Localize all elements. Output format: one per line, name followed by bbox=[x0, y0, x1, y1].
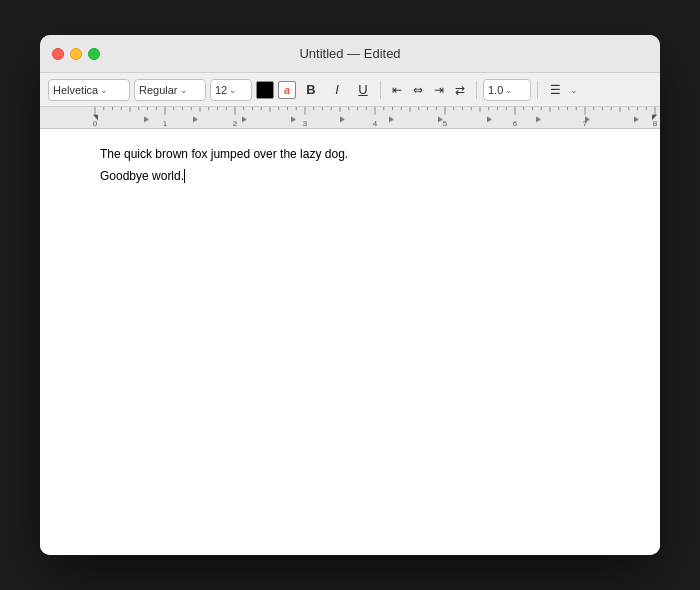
doc-text-2: Goodbye world. bbox=[100, 169, 184, 183]
alignment-group: ⇤ ⇔ ⇥ ⇄ bbox=[387, 79, 470, 101]
maximize-button[interactable] bbox=[88, 48, 100, 60]
align-left-button[interactable]: ⇤ bbox=[387, 79, 407, 101]
minimize-button[interactable] bbox=[70, 48, 82, 60]
font-style-arrow: ⌄ bbox=[180, 85, 188, 95]
font-family-select[interactable]: Helvetica ⌄ bbox=[48, 79, 130, 101]
italic-icon: I bbox=[335, 82, 339, 97]
align-right-button[interactable]: ⇥ bbox=[429, 79, 449, 101]
close-button[interactable] bbox=[52, 48, 64, 60]
window-title: Untitled — Edited bbox=[299, 46, 400, 61]
text-color-picker[interactable] bbox=[256, 81, 274, 99]
text-cursor bbox=[184, 169, 185, 183]
titlebar: Untitled — Edited bbox=[40, 35, 660, 73]
line-spacing-value: 1.0 bbox=[488, 84, 503, 96]
document-area[interactable]: The quick brown fox jumped over the lazy… bbox=[40, 129, 660, 555]
app-window: Untitled — Edited Helvetica ⌄ Regular ⌄ … bbox=[40, 35, 660, 555]
font-size-arrow: ⌄ bbox=[229, 85, 237, 95]
bold-icon: B bbox=[306, 82, 315, 97]
divider-3 bbox=[537, 81, 538, 99]
highlight-icon: a bbox=[284, 84, 290, 96]
font-family-value: Helvetica bbox=[53, 84, 98, 96]
align-center-icon: ⇔ bbox=[413, 83, 423, 97]
font-style-value: Regular bbox=[139, 84, 178, 96]
edited-label: Edited bbox=[364, 46, 401, 61]
list-arrow: ⌄ bbox=[570, 85, 578, 95]
doc-line-2: Goodbye world. bbox=[100, 167, 600, 185]
document-name: Untitled bbox=[299, 46, 343, 61]
align-justify-icon: ⇄ bbox=[455, 83, 465, 97]
divider-1 bbox=[380, 81, 381, 99]
traffic-lights bbox=[40, 48, 100, 60]
doc-text-1: The quick brown fox jumped over the lazy… bbox=[100, 147, 348, 161]
list-icon: ☰ bbox=[550, 83, 561, 97]
highlight-color-picker[interactable]: a bbox=[278, 81, 296, 99]
align-right-icon: ⇥ bbox=[434, 83, 444, 97]
doc-line-1: The quick brown fox jumped over the lazy… bbox=[100, 145, 600, 163]
list-button[interactable]: ☰ bbox=[544, 79, 566, 101]
font-size-select[interactable]: 12 ⌄ bbox=[210, 79, 252, 101]
align-left-icon: ⇤ bbox=[392, 83, 402, 97]
font-family-arrow: ⌄ bbox=[100, 85, 108, 95]
align-justify-button[interactable]: ⇄ bbox=[450, 79, 470, 101]
underline-button[interactable]: U bbox=[352, 79, 374, 101]
document-content: The quick brown fox jumped over the lazy… bbox=[100, 145, 600, 185]
ruler-canvas bbox=[40, 107, 660, 128]
align-center-button[interactable]: ⇔ bbox=[408, 79, 428, 101]
line-spacing-arrow: ⌄ bbox=[505, 85, 513, 95]
divider-2 bbox=[476, 81, 477, 99]
italic-button[interactable]: I bbox=[326, 79, 348, 101]
format-toolbar: Helvetica ⌄ Regular ⌄ 12 ⌄ a B I U bbox=[40, 73, 660, 107]
underline-icon: U bbox=[358, 82, 367, 97]
line-spacing-select[interactable]: 1.0 ⌄ bbox=[483, 79, 531, 101]
font-size-value: 12 bbox=[215, 84, 227, 96]
bold-button[interactable]: B bbox=[300, 79, 322, 101]
ruler bbox=[40, 107, 660, 129]
font-style-select[interactable]: Regular ⌄ bbox=[134, 79, 206, 101]
title-separator: — bbox=[347, 46, 364, 61]
